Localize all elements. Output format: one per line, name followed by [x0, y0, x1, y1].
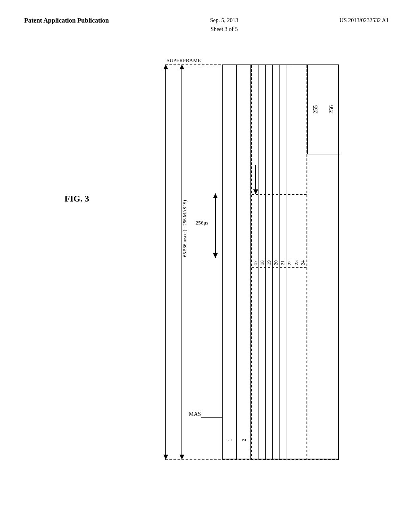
superframe-label: SUPERFRAME	[167, 57, 201, 64]
cell-17: 17	[252, 65, 259, 460]
mid-columns: 17 18 19 20 21 22 23 24	[252, 65, 307, 460]
right-section: 255 256	[307, 65, 340, 460]
header-center: Sep. 5, 2013 Sheet 3 of 5	[210, 16, 238, 34]
col-1: 1	[223, 65, 237, 460]
diagram: SUPERFRAME 65.536 msec (= 256 MAS’ S) 1 …	[141, 56, 383, 484]
cell-2: 2	[237, 420, 251, 460]
date: Sep. 5, 2013	[210, 17, 238, 23]
cell-divider	[307, 154, 340, 154]
main-box: 1 2 17 18 19 20 21 22 23	[222, 64, 339, 459]
msec-arrow	[181, 64, 182, 459]
cell-24: 24	[300, 65, 307, 460]
cell-21: 21	[279, 65, 286, 460]
cell-18: 18	[259, 65, 265, 460]
publication-title: Patent Application Publication	[24, 16, 109, 25]
mas-line-vertical	[222, 417, 222, 433]
cell-23: 23	[293, 65, 300, 460]
mas-label: MAS	[189, 411, 201, 418]
cell-19: 19	[265, 65, 272, 460]
pointer-arrow	[255, 165, 256, 194]
page-header: Patent Application Publication Sep. 5, 2…	[0, 0, 413, 42]
us256-arrow	[215, 193, 216, 258]
cell-20: 20	[272, 65, 279, 460]
col-2: 2	[237, 65, 251, 460]
superframe-arrow	[165, 64, 166, 459]
cell-22: 22	[286, 65, 293, 460]
figure-label: FIG. 3	[65, 193, 89, 204]
patent-number: US 2013/0232532 A1	[340, 16, 389, 25]
msec-label: 65.536 msec (= 256 MAS’ S)	[182, 200, 188, 257]
cell-1: 1	[223, 420, 237, 460]
us256-label: 256μs	[196, 220, 209, 226]
mas-line	[201, 417, 223, 418]
cell-255: 255	[307, 65, 323, 154]
cell-256: 256	[323, 65, 340, 154]
sheet-info: Sheet 3 of 5	[211, 26, 238, 32]
